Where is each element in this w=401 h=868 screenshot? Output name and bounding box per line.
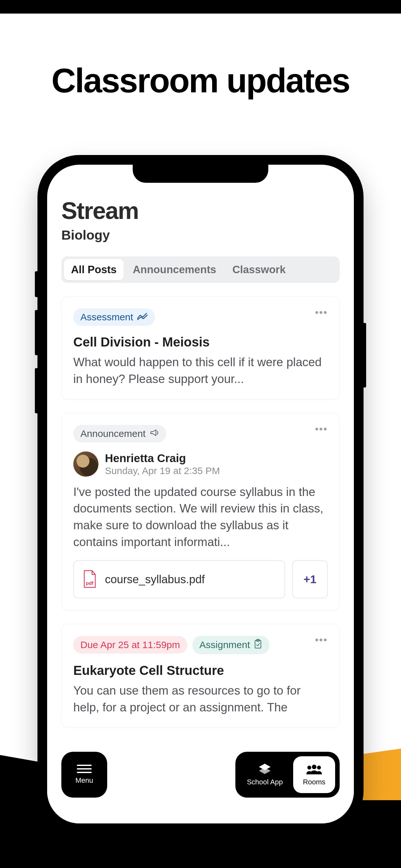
avatar[interactable] <box>73 452 98 476</box>
post-title: Eukaryote Cell Structure <box>73 663 328 678</box>
tab-all-posts[interactable]: All Posts <box>64 259 124 280</box>
svg-point-7 <box>317 766 321 770</box>
svg-marker-4 <box>259 768 271 774</box>
clipboard-check-icon <box>254 639 262 651</box>
pill-label: Assessment <box>81 312 133 322</box>
post-body: You can use them as resources to go to f… <box>73 682 328 716</box>
due-pill: Due Apr 25 at 11:59pm <box>73 636 187 654</box>
bottom-bar: Menu School App <box>61 752 340 798</box>
phone-frame: Stream Biology All Posts Announcements C… <box>37 155 364 833</box>
more-icon[interactable]: ••• <box>315 423 328 435</box>
more-icon[interactable]: ••• <box>315 306 328 318</box>
layers-icon <box>258 763 272 776</box>
megaphone-icon <box>150 428 159 439</box>
menu-label: Menu <box>75 776 93 785</box>
pill-label: Assignment <box>199 640 250 650</box>
svg-point-6 <box>307 766 311 770</box>
more-icon[interactable]: ••• <box>315 634 328 646</box>
phone-side-button <box>35 271 37 297</box>
hamburger-icon <box>77 765 92 773</box>
post-card-announcement[interactable]: ••• Announcement Henrietta Craig Sunday,… <box>61 413 340 610</box>
announcement-pill: Announcement <box>73 425 166 442</box>
pdf-icon: pdf <box>82 570 97 589</box>
app-toggle-group: School App Rooms <box>235 752 340 798</box>
assessment-pill: Assessment <box>73 308 155 326</box>
school-app-label: School App <box>247 778 283 786</box>
menu-button[interactable]: Menu <box>61 752 107 798</box>
phone-volume-up <box>35 310 37 355</box>
post-body: What would happen to this cell if it wer… <box>73 354 328 388</box>
attachment-filename: course_syllabus.pdf <box>105 573 205 586</box>
due-label: Due Apr 25 at 11:59pm <box>81 640 180 650</box>
post-title: Cell Division - Meiosis <box>73 335 328 349</box>
post-body: I've posted the updated course syllabus … <box>73 484 328 551</box>
post-card-assignment[interactable]: ••• Due Apr 25 at 11:59pm Assignment <box>61 624 340 728</box>
rooms-label: Rooms <box>303 778 326 786</box>
attachment-more-label: +1 <box>304 573 316 586</box>
author-row: Henrietta Craig Sunday, Apr 19 at 2:35 P… <box>73 452 328 476</box>
svg-text:pdf: pdf <box>86 580 94 586</box>
svg-point-5 <box>312 765 316 769</box>
hero-title: Classroom updates <box>0 61 401 100</box>
attachment-file[interactable]: pdf course_syllabus.pdf <box>73 560 285 598</box>
rooms-button[interactable]: Rooms <box>293 756 335 793</box>
school-app-button[interactable]: School App <box>240 756 290 793</box>
author-name: Henrietta Craig <box>105 452 220 465</box>
tab-classwork[interactable]: Classwork <box>225 259 293 280</box>
top-black-bar <box>0 0 401 13</box>
page-subtitle: Biology <box>61 228 340 243</box>
phone-volume-down <box>35 368 37 413</box>
post-card-assessment[interactable]: ••• Assessment Cell Division - Meiosis W… <box>61 297 340 399</box>
attachment-more[interactable]: +1 <box>292 560 328 598</box>
phone-power-button <box>364 323 366 388</box>
pill-label: Announcement <box>81 428 146 439</box>
tabs-bar: All Posts Announcements Classwork <box>61 256 340 283</box>
assignment-pill: Assignment <box>192 636 270 654</box>
people-icon <box>306 763 322 776</box>
author-date: Sunday, Apr 19 at 2:35 PM <box>105 465 220 476</box>
phone-notch <box>133 165 268 183</box>
chart-line-icon <box>137 312 148 322</box>
phone-screen: Stream Biology All Posts Announcements C… <box>47 165 354 824</box>
page-title: Stream <box>61 197 340 224</box>
tab-announcements[interactable]: Announcements <box>126 259 223 280</box>
